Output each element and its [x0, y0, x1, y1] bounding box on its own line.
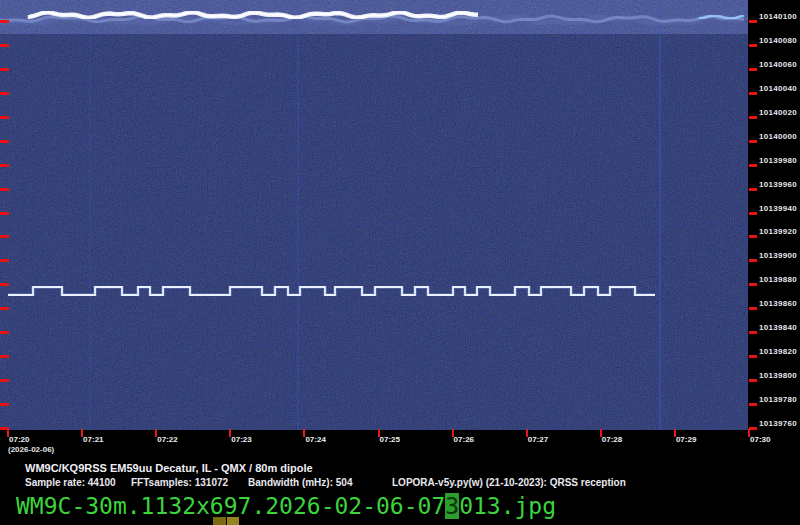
freq-tick-left	[0, 355, 9, 358]
filename-suffix: 013.jpg	[459, 493, 556, 519]
freq-tick-left	[0, 164, 9, 167]
freq-tick-right	[749, 212, 757, 215]
freq-label: 10139800	[759, 372, 797, 380]
artifact-block	[213, 517, 226, 525]
freq-tick-right	[749, 188, 757, 191]
freq-tick-left	[0, 68, 9, 71]
time-label: 07:26	[454, 436, 474, 444]
freq-label: 10139820	[759, 348, 797, 356]
freq-tick-right	[749, 259, 757, 262]
freq-tick-left	[0, 92, 9, 95]
freq-label: 10139860	[759, 300, 797, 308]
freq-label: 10139880	[759, 276, 797, 284]
fft-samples-label: FFTsamples: 131072	[131, 477, 228, 488]
freq-label: 10139900	[759, 252, 797, 260]
freq-tick-left	[0, 283, 9, 286]
freq-tick-left	[0, 140, 9, 143]
freq-tick-left	[0, 188, 9, 191]
vertical-streak	[297, 0, 299, 430]
freq-label: 10140040	[759, 85, 797, 93]
freq-tick-left	[0, 259, 9, 262]
freq-tick-right	[749, 355, 757, 358]
freq-label: 10139840	[759, 324, 797, 332]
software-version-label: LOPORA-v5y.py(w) (21-10-2023): QRSS rece…	[392, 477, 626, 488]
qrss-grabber-screenshot: { "chart_data": { "type": "spectrogram",…	[0, 0, 800, 525]
freq-tick-right	[749, 379, 757, 382]
date-label: (2026-02-06)	[8, 445, 54, 454]
freq-tick-right	[749, 92, 757, 95]
freq-tick-left	[0, 403, 9, 406]
noise-texture	[0, 0, 748, 430]
freq-tick-left	[0, 235, 9, 238]
freq-tick-left	[0, 116, 9, 119]
station-info-line: WM9C/KQ9RSS EM59uu Decatur, IL - QMX / 8…	[25, 462, 313, 474]
freq-tick-left	[0, 307, 9, 310]
freq-tick-right	[749, 44, 757, 47]
freq-tick-right	[749, 116, 757, 119]
time-label: 07:28	[602, 436, 622, 444]
freq-tick-right	[749, 235, 757, 238]
freq-tick-right	[749, 164, 757, 167]
freq-tick-left	[0, 44, 9, 47]
time-label: 07:21	[83, 436, 103, 444]
freq-label: 10140060	[759, 61, 797, 69]
freq-label: 10140020	[759, 109, 797, 117]
spectrogram-plot: 1014010010140080101400601014004010140020…	[0, 0, 748, 430]
artifact-block	[227, 517, 239, 525]
freq-label: 10139980	[759, 157, 797, 165]
freq-tick-left	[0, 379, 9, 382]
filename-prefix: WM9C-30m.1132x697.2026-02-06-07	[16, 493, 445, 519]
freq-tick-left	[0, 331, 9, 334]
bandwidth-label: Bandwidth (mHz): 504	[248, 477, 352, 488]
freq-tick-left	[0, 20, 9, 23]
freq-tick-right	[749, 20, 757, 23]
freq-label: 10139760	[759, 420, 797, 428]
freq-tick-right	[749, 331, 757, 334]
freq-tick-right	[749, 307, 757, 310]
freq-tick-right	[749, 68, 757, 71]
time-label: 07:20	[9, 436, 29, 444]
filename-glitch-char: 3	[445, 493, 459, 519]
sample-rate-label: Sample rate: 44100	[25, 477, 116, 488]
freq-label: 10140080	[759, 37, 797, 45]
freq-tick-right	[749, 403, 757, 406]
freq-tick-right	[749, 427, 757, 430]
time-label: 07:23	[231, 436, 251, 444]
time-label: 07:27	[528, 436, 548, 444]
freq-tick-right	[749, 283, 757, 286]
time-label: 07:24	[305, 436, 325, 444]
freq-label: 10140000	[759, 133, 797, 141]
freq-label: 10139940	[759, 205, 797, 213]
freq-label: 10139780	[759, 396, 797, 404]
freq-label: 10139920	[759, 228, 797, 236]
waterfall-canvas	[0, 0, 748, 430]
freq-tick-left	[0, 212, 9, 215]
time-label: 07:29	[676, 436, 696, 444]
filename-text: WM9C-30m.1132x697.2026-02-06-073013.jpg	[16, 494, 556, 518]
vertical-streak	[89, 0, 91, 430]
freq-label: 10140100	[759, 13, 797, 21]
time-label: 07:25	[380, 436, 400, 444]
time-label: 07:30	[750, 436, 770, 444]
time-label: 07:22	[157, 436, 177, 444]
freq-tick-right	[749, 140, 757, 143]
vertical-streak	[659, 0, 661, 430]
freq-label: 10139960	[759, 181, 797, 189]
